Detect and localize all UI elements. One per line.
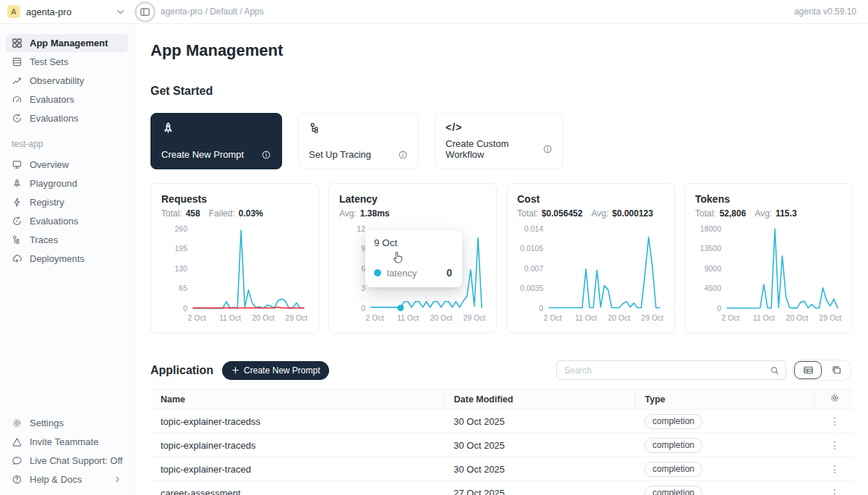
metric-title: Requests bbox=[161, 193, 310, 205]
set-up-tracing-card[interactable]: Set Up Tracing bbox=[298, 113, 419, 169]
type-badge: completion bbox=[644, 438, 702, 453]
tree-icon bbox=[12, 234, 22, 245]
sidebar-item-test-sets[interactable]: Test Sets bbox=[6, 53, 128, 71]
application-header: Application Create New Prompt bbox=[150, 360, 852, 381]
tokens-chart[interactable]: 04500900013500180002 Oct11 Oct20 Oct29 O… bbox=[695, 223, 843, 326]
sidebar-item-registry[interactable]: Registry bbox=[6, 193, 128, 211]
sidebar-item-invite-teammate[interactable]: Invite Teammate bbox=[6, 433, 128, 451]
row-menu-button[interactable]: ⋮ bbox=[830, 416, 840, 426]
cost-chart[interactable]: 00.00350.0070.01050.0142 Oct11 Oct20 Oct… bbox=[517, 223, 665, 326]
breadcrumb[interactable]: agenta-pro / Default / Apps bbox=[161, 7, 264, 17]
svg-text:29 Oct: 29 Oct bbox=[463, 313, 485, 322]
info-icon[interactable] bbox=[261, 150, 271, 160]
app-root: A agenta-pro agenta-pro / Default / Apps… bbox=[0, 0, 868, 495]
create-custom-workflow-card[interactable]: </> Create Custom Workflow bbox=[435, 113, 563, 169]
svg-text:0: 0 bbox=[539, 304, 543, 313]
card-view-icon bbox=[831, 365, 842, 376]
create-new-prompt-button[interactable]: Create New Prompt bbox=[222, 361, 329, 380]
get-started-cards: Create New Prompt Set Up Tracing </> Cre… bbox=[150, 113, 852, 169]
svg-text:29 Oct: 29 Oct bbox=[819, 313, 841, 322]
sidebar-item-live-chat-support[interactable]: Live Chat Support: Off bbox=[6, 452, 128, 470]
app-date: 30 Oct 2025 bbox=[443, 410, 634, 433]
table-row[interactable]: topic-explainer-traceds 30 Oct 2025 comp… bbox=[150, 433, 853, 457]
test-sets-icon bbox=[12, 56, 22, 67]
table-header-row: Name Date Modified Type bbox=[150, 389, 853, 410]
cloud-icon bbox=[12, 253, 22, 264]
rocket-icon bbox=[161, 122, 271, 135]
card-view-button[interactable] bbox=[822, 361, 850, 379]
card-label: Create Custom Workflow bbox=[446, 138, 535, 160]
svg-text:12: 12 bbox=[357, 224, 365, 233]
svg-text:0.007: 0.007 bbox=[524, 264, 543, 273]
search-icon[interactable] bbox=[764, 361, 786, 379]
svg-text:29 Oct: 29 Oct bbox=[641, 313, 663, 322]
row-menu-button[interactable]: ⋮ bbox=[830, 488, 840, 495]
search-input[interactable] bbox=[557, 365, 764, 376]
sidebar-item-help-docs[interactable]: Help & Docs bbox=[6, 470, 128, 488]
column-header-type[interactable]: Type bbox=[634, 389, 814, 410]
requests-chart[interactable]: 0651301952602 Oct11 Oct20 Oct29 Oct bbox=[161, 223, 310, 326]
sidebar-item-settings[interactable]: Settings bbox=[6, 414, 128, 432]
apps-table-wrap: Name Date Modified Type topic-explainer-… bbox=[150, 389, 852, 495]
sidebar-item-playground[interactable]: Playground bbox=[6, 174, 128, 192]
info-icon[interactable] bbox=[542, 144, 553, 154]
column-header-name[interactable]: Name bbox=[150, 389, 443, 410]
app-name[interactable]: topic-explainer-traced bbox=[150, 457, 443, 481]
rocket-icon bbox=[12, 178, 22, 189]
workspace-selector[interactable]: A agenta-pro bbox=[0, 5, 135, 18]
table-row[interactable]: topic-explainer-tracedss 30 Oct 2025 com… bbox=[150, 410, 853, 433]
chevron-down-icon[interactable] bbox=[115, 7, 126, 17]
sidebar-item-evaluations[interactable]: Evaluations bbox=[6, 109, 128, 127]
page-title: App Management bbox=[150, 40, 852, 62]
get-started-heading: Get Started bbox=[150, 84, 852, 98]
sidebar-item-label: Evaluators bbox=[30, 94, 74, 105]
app-date: 30 Oct 2025 bbox=[443, 433, 634, 457]
sidebar-main-nav: App Management Test Sets Observability E… bbox=[6, 34, 128, 128]
info-icon[interactable] bbox=[398, 150, 408, 160]
sidebar-item-label: Evaluations bbox=[30, 113, 78, 124]
sidebar-toggle-button[interactable] bbox=[135, 1, 156, 22]
sidebar-item-label: Live Chat Support: Off bbox=[30, 455, 122, 466]
sidebar-item-overview[interactable]: Overview bbox=[6, 156, 128, 174]
sidebar-item-label: Help & Docs bbox=[30, 474, 82, 485]
app-name[interactable]: topic-explainer-tracedss bbox=[150, 410, 443, 433]
app-name[interactable]: topic-explainer-traceds bbox=[150, 433, 443, 457]
create-new-prompt-card[interactable]: Create New Prompt bbox=[150, 113, 282, 169]
svg-text:11 Oct: 11 Oct bbox=[397, 313, 419, 322]
svg-text:11 Oct: 11 Oct bbox=[219, 313, 241, 322]
sidebar-item-observability[interactable]: Observability bbox=[6, 72, 128, 90]
metric-stats: Avg:1.38ms bbox=[339, 208, 488, 219]
svg-text:20 Oct: 20 Oct bbox=[608, 313, 630, 322]
sidebar-item-deployments[interactable]: Deployments bbox=[6, 250, 128, 268]
svg-text:29 Oct: 29 Oct bbox=[285, 313, 307, 322]
table-row[interactable]: career-assessment 27 Oct 2025 completion… bbox=[150, 481, 853, 495]
svg-text:0.014: 0.014 bbox=[524, 224, 543, 233]
row-menu-button[interactable]: ⋮ bbox=[830, 464, 840, 474]
svg-text:3: 3 bbox=[361, 284, 365, 292]
svg-text:13500: 13500 bbox=[700, 244, 721, 253]
application-heading: Application bbox=[150, 363, 213, 378]
metric-title: Latency bbox=[339, 193, 488, 205]
app-name[interactable]: career-assessment bbox=[150, 481, 443, 495]
svg-text:11 Oct: 11 Oct bbox=[575, 313, 597, 322]
column-settings[interactable] bbox=[814, 389, 853, 410]
workspace-avatar: A bbox=[7, 5, 20, 18]
sidebar-app-nav: Overview Playground Registry Evaluations… bbox=[6, 156, 128, 268]
sidebar-item-label: Observability bbox=[30, 75, 84, 86]
sidebar-item-label: Deployments bbox=[30, 253, 85, 264]
app-date: 27 Oct 2025 bbox=[443, 481, 634, 495]
table-row[interactable]: topic-explainer-traced 30 Oct 2025 compl… bbox=[150, 457, 853, 481]
sidebar-item-evaluators[interactable]: Evaluators bbox=[6, 90, 128, 109]
help-icon bbox=[12, 474, 22, 485]
sidebar-item-evaluations-app[interactable]: Evaluations bbox=[6, 212, 128, 230]
sidebar-item-app-management[interactable]: App Management bbox=[6, 34, 128, 52]
sidebar-item-traces[interactable]: Traces bbox=[6, 231, 128, 249]
table-view-button[interactable] bbox=[794, 361, 822, 379]
svg-text:2 Oct: 2 Oct bbox=[188, 313, 206, 322]
latency-metric-card: Latency Avg:1.38ms 0369122 Oct11 Oct20 O… bbox=[328, 183, 497, 334]
column-header-date-modified[interactable]: Date Modified bbox=[443, 389, 634, 410]
main-content: App Management Get Started Create New Pr… bbox=[135, 24, 868, 495]
row-menu-button[interactable]: ⋮ bbox=[830, 440, 840, 450]
series-name: latency bbox=[387, 268, 417, 279]
svg-text:20 Oct: 20 Oct bbox=[252, 313, 274, 322]
